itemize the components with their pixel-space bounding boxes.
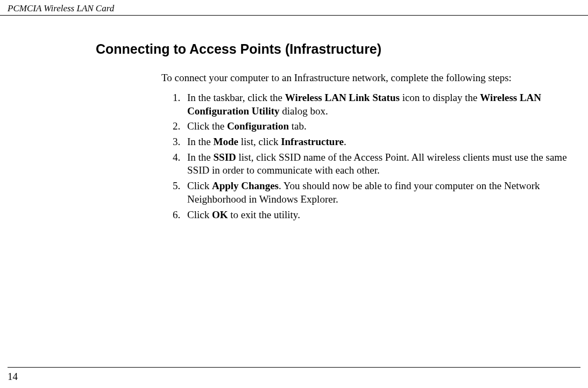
text: .	[344, 136, 346, 147]
page-header: PCMCIA Wireless LAN Card	[0, 0, 588, 16]
steps-list: In the taskbar, click the Wireless LAN L…	[161, 91, 580, 221]
bold-text: SSID	[214, 152, 236, 163]
step-6: Click OK to exit the utility.	[183, 209, 580, 222]
text: Click	[187, 180, 212, 191]
step-3: In the Mode list, click Infrastructure.	[183, 135, 580, 149]
step-1: In the taskbar, click the Wireless LAN L…	[183, 91, 580, 118]
step-5: Click Apply Changes. You should now be a…	[183, 179, 580, 206]
step-4: In the SSID list, click SSID name of the…	[183, 151, 580, 177]
section-title: Connecting to Access Points (Infrastruct…	[96, 41, 580, 57]
text: dialog box.	[280, 105, 328, 117]
text: Click	[187, 209, 212, 220]
intro-paragraph: To connect your computer to an Infrastru…	[161, 72, 580, 84]
bold-text: Configuration	[227, 120, 289, 132]
bold-text: Infrastructure	[281, 136, 344, 147]
text: In the	[187, 136, 214, 147]
text: tab.	[289, 120, 307, 132]
page-number: 14	[8, 371, 18, 382]
bold-text: Mode	[214, 136, 238, 147]
step-2: Click the Configuration tab.	[183, 120, 580, 133]
page-content: Connecting to Access Points (Infrastruct…	[0, 16, 588, 221]
text: Click the	[187, 120, 227, 132]
page-footer: 14	[8, 367, 580, 383]
bold-text: OK	[212, 209, 228, 220]
text: In the taskbar, click the	[187, 92, 285, 103]
text: to exit the utility.	[228, 209, 300, 220]
text: list, click SSID name of the Access Poin…	[187, 152, 567, 176]
bold-text: Wireless LAN Link Status	[285, 92, 400, 103]
bold-text: Apply Changes	[212, 180, 279, 191]
text: In the	[187, 152, 214, 163]
text: list, click	[238, 136, 281, 147]
text: icon to display the	[400, 92, 480, 103]
